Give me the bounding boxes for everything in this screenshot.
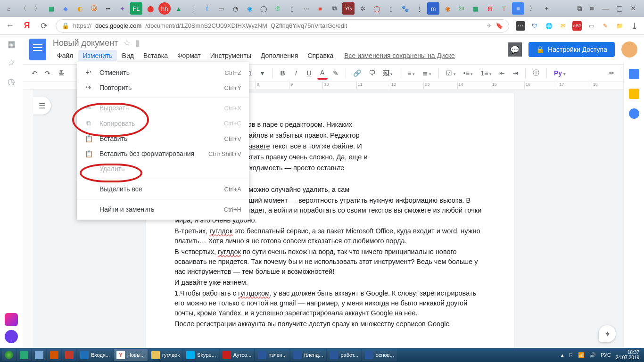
send-tab-icon[interactable]: ✈ — [487, 22, 492, 29]
tab-icon[interactable]: ▯ — [286, 2, 298, 15]
task-item[interactable]: работ... — [327, 349, 361, 361]
task-item[interactable] — [47, 349, 61, 361]
underline-icon[interactable]: U — [304, 67, 314, 79]
tab-icon[interactable]: Я — [484, 2, 496, 15]
tab-icon[interactable]: ▯ — [385, 2, 397, 15]
tab-icon[interactable]: ◐ — [74, 2, 86, 15]
menu-undo[interactable]: ↶ОтменитьCtrl+Z — [77, 65, 249, 80]
account-avatar[interactable] — [621, 41, 637, 58]
tab-icon[interactable]: ◉ — [243, 2, 256, 15]
sidebar-ya-icon[interactable] — [5, 313, 18, 326]
ext-abp-icon[interactable]: ABP — [572, 21, 582, 31]
menu-help[interactable]: Справка — [303, 50, 338, 61]
window-menu-icon[interactable]: ≡ — [590, 4, 594, 13]
tab-icon[interactable]: ▲ — [173, 2, 185, 15]
tray-flag-icon[interactable]: ⚐ — [569, 352, 573, 358]
indent-icon[interactable]: ⇥ — [510, 67, 520, 79]
menu-edit[interactable]: Изменить — [78, 50, 116, 61]
task-item[interactable]: Skype... — [183, 349, 219, 361]
window-minimize-icon[interactable]: — — [602, 4, 609, 13]
tab-icon[interactable]: ⬤ — [144, 2, 157, 15]
calendar-icon[interactable] — [629, 69, 639, 79]
tab-icon[interactable]: ◉ — [441, 2, 454, 15]
menu-findreplace[interactable]: Найти и заменитьCtrl+H — [77, 202, 249, 217]
tray-clock[interactable]: 18:37 24.07.2019 — [616, 350, 639, 360]
menu-redo[interactable]: ↷ПовторитьCtrl+Y — [77, 80, 249, 95]
bold-icon[interactable]: B — [278, 67, 288, 79]
vertical-ruler[interactable] — [23, 90, 33, 348]
tasks-icon[interactable] — [629, 108, 639, 119]
window-close-icon[interactable]: ✕ — [630, 4, 636, 13]
link-icon[interactable]: 🔗 — [351, 67, 363, 79]
menu-insert[interactable]: Вставка — [139, 50, 172, 61]
url-input[interactable]: 🔒 https://docs.google.com/document/d/1Z0… — [56, 19, 509, 33]
tab-icon[interactable]: ⋮ — [413, 2, 425, 15]
tabs-overflow-right-icon[interactable]: 〉 — [526, 2, 538, 15]
textcolor-icon[interactable]: A — [317, 67, 328, 80]
keep-icon[interactable] — [629, 89, 639, 99]
ext-icon[interactable]: 🌐 — [544, 21, 553, 31]
tray-up-icon[interactable]: ▴ — [561, 352, 564, 358]
star-icon[interactable]: ☆ — [123, 38, 131, 48]
tab-icon[interactable]: ◔ — [229, 2, 241, 15]
task-item[interactable]: основ... — [362, 349, 397, 361]
doc-title[interactable]: Новый документ — [53, 38, 118, 48]
tab-icon[interactable]: 🐾 — [399, 2, 411, 15]
tab-icon[interactable]: YG — [342, 2, 355, 15]
tab-icon[interactable]: 24 — [455, 2, 468, 15]
ext-icon[interactable]: ⋯ — [516, 21, 525, 31]
addon-py-icon[interactable]: Py — [552, 67, 568, 79]
menu-format[interactable]: Формат — [173, 50, 205, 61]
tab-icon[interactable]: hh — [158, 2, 171, 15]
tray-network-icon[interactable]: 📶 — [578, 352, 585, 358]
tab-icon[interactable]: ◆ — [59, 2, 72, 15]
print-icon[interactable]: 🖶 — [56, 67, 67, 79]
sidebar-favorite-icon[interactable]: ☆ — [8, 58, 15, 68]
tab-icon[interactable]: FL — [130, 2, 142, 15]
tab-icon[interactable]: ▦ — [470, 2, 482, 15]
redo-icon[interactable]: ↷ — [42, 67, 53, 79]
menu-paste-plain[interactable]: 📋Вставить без форматированияCtrl+Shift+V — [77, 146, 249, 161]
tab-icon[interactable]: ✲ — [356, 2, 369, 15]
task-item[interactable]: ftленд... — [290, 349, 326, 361]
numbered-icon[interactable]: 1≡ — [478, 67, 494, 79]
tab-icon[interactable]: ✆ — [272, 2, 284, 15]
ext-icon[interactable]: 📁 — [615, 21, 624, 31]
body-link[interactable]: зарегистрировала — [285, 309, 343, 317]
back-icon[interactable]: ← — [5, 21, 15, 31]
tabs-panel-icon[interactable]: ⧉ — [577, 4, 582, 13]
comment-add-icon[interactable]: 🗨 — [366, 67, 378, 79]
nav-left-icon[interactable]: 〈 — [17, 2, 29, 15]
task-item-active[interactable]: YНовы... — [114, 349, 148, 361]
menu-paste[interactable]: 📋ВставитьCtrl+V — [77, 131, 249, 146]
tabstrip-home-icon[interactable]: ⌂ — [3, 2, 15, 15]
highlight-icon[interactable]: ✎ — [330, 67, 341, 79]
ext-icon[interactable]: ✉ — [558, 21, 568, 31]
linespacing-icon[interactable]: ≣ — [420, 67, 434, 79]
italic-icon[interactable]: I — [291, 67, 301, 79]
folder-icon[interactable]: ▮ — [135, 38, 140, 48]
tray-language[interactable]: РУС — [601, 352, 611, 358]
comments-icon[interactable]: 💬 — [508, 42, 522, 57]
fontsize-dropdown-icon[interactable]: ▾ — [257, 67, 268, 79]
menu-tools[interactable]: Инструменты — [206, 50, 256, 61]
task-item[interactable] — [17, 349, 31, 361]
menu-selectall[interactable]: Выделить всеCtrl+A — [77, 181, 249, 197]
task-item[interactable] — [62, 349, 76, 361]
tab-icon[interactable]: ⋯ — [300, 2, 312, 15]
new-tab-icon[interactable]: ＋ — [540, 2, 553, 15]
docs-logo-icon[interactable] — [29, 39, 46, 60]
tab-icon[interactable]: T — [498, 2, 510, 15]
editing-mode-icon[interactable]: ✏ — [607, 67, 617, 79]
sidebar-alice-icon[interactable] — [5, 330, 18, 343]
sidebar-apps-icon[interactable]: ▦ — [8, 39, 16, 49]
bookmark-icon[interactable]: 🔖 — [495, 22, 503, 29]
sidebar-history-icon[interactable]: ◷ — [8, 76, 15, 87]
share-button[interactable]: 🔒 Настройки Доступа — [528, 42, 615, 57]
tab-icon[interactable]: Ⓓ — [88, 2, 100, 15]
tab-icon[interactable]: ◯ — [371, 2, 383, 15]
image-icon[interactable]: 🖼 — [380, 67, 396, 79]
checklist-icon[interactable]: ☑ — [444, 67, 458, 79]
outdent-icon[interactable]: ⇤ — [497, 67, 507, 79]
ext-icon[interactable]: 🛡 — [530, 21, 539, 31]
